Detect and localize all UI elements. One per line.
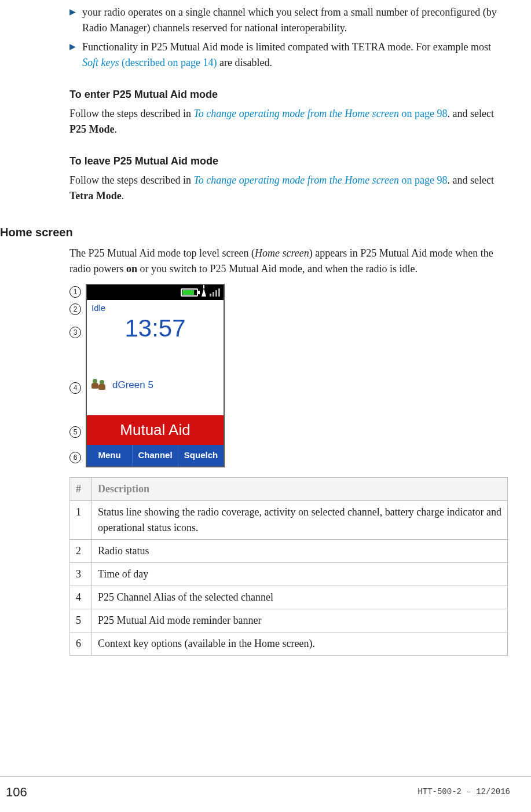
row-num: 2 <box>70 540 92 563</box>
radio-status-text: Idle <box>87 300 224 315</box>
text-segment: are disabled. <box>217 57 272 68</box>
table-row: 1 Status line showing the radio coverage… <box>70 501 508 540</box>
home-screen-heading: Home screen <box>0 224 508 241</box>
row-desc: P25 Mutual Aid mode reminder banner <box>92 609 508 632</box>
bullet-text: your radio operates on a single channel … <box>82 5 508 36</box>
callout-marker: 2 <box>69 303 81 315</box>
home-screen-text: The P25 Mutual Aid mode top level screen… <box>69 246 508 277</box>
bullet-marker-icon: ▶ <box>69 5 76 36</box>
callout-marker: 5 <box>69 426 81 438</box>
row-desc: Status line showing the radio coverage, … <box>92 501 508 540</box>
page-footer: 106 HTT-500-2 – 12/2016 <box>0 776 531 812</box>
callout-marker: 3 <box>69 327 81 338</box>
channel-alias: dGreen 5 <box>112 378 153 393</box>
table-row: 4 P25 Channel Alias of the selected chan… <box>70 586 508 609</box>
description-table: # Description 1 Status line showing the … <box>69 477 508 656</box>
cross-reference-link[interactable]: To change operating mode from the Home s… <box>193 174 398 186</box>
mutual-aid-banner: Mutual Aid <box>87 415 224 445</box>
signal-bars-icon <box>210 288 220 297</box>
row-num: 5 <box>70 609 92 632</box>
leave-mode-heading: To leave P25 Mutual Aid mode <box>69 153 508 169</box>
cross-reference-link[interactable]: Soft keys <box>82 57 119 68</box>
softkey-squelch[interactable]: Squelch <box>178 445 224 466</box>
cross-reference-page[interactable]: on page 98 <box>399 108 447 119</box>
softkey-channel[interactable]: Channel <box>133 445 178 466</box>
text-segment: . and select <box>447 108 493 119</box>
table-row: 6 Context key options (available in the … <box>70 632 508 656</box>
callout-marker: 1 <box>69 286 81 298</box>
bullet-item: ▶ your radio operates on a single channe… <box>69 5 508 36</box>
row-num: 3 <box>70 563 92 586</box>
row-num: 1 <box>70 501 92 540</box>
enter-mode-text: Follow the steps described in To change … <box>69 106 508 137</box>
text-segment: Functionality in P25 Mutual Aid mode is … <box>82 41 491 53</box>
document-id: HTT-500-2 – 12/2016 <box>418 786 510 798</box>
callout-marker: 6 <box>69 452 81 463</box>
row-desc: Context key options (available in the Ho… <box>92 632 508 656</box>
col-header-number: # <box>70 478 92 501</box>
row-num: 6 <box>70 632 92 656</box>
time-of-day: 13:57 <box>87 315 224 345</box>
table-header-row: # Description <box>70 478 508 501</box>
text-segment: The P25 Mutual Aid mode top level screen… <box>69 247 255 259</box>
bullet-marker-icon: ▶ <box>69 39 76 71</box>
text-segment: . <box>114 123 117 135</box>
radio-screenshot: Idle 13:57 dGreen 5 Mutual Aid Menu Chan… <box>86 284 225 467</box>
table-row: 3 Time of day <box>70 563 508 586</box>
text-segment: Follow the steps described in <box>69 174 193 186</box>
term: Home screen <box>255 247 309 259</box>
bullet-list: ▶ your radio operates on a single channe… <box>69 5 508 71</box>
bold-term: on <box>126 263 137 275</box>
callout-marker: 4 <box>69 382 81 394</box>
leave-mode-text: Follow the steps described in To change … <box>69 173 508 204</box>
cross-reference-page[interactable]: on page 98 <box>399 174 447 186</box>
row-num: 4 <box>70 586 92 609</box>
status-bar <box>87 285 224 300</box>
mode-name: P25 Mode <box>69 123 114 135</box>
enter-mode-heading: To enter P25 Mutual Aid mode <box>69 87 508 103</box>
cross-reference-link[interactable]: To change operating mode from the Home s… <box>193 108 398 119</box>
row-desc: Radio status <box>92 540 508 563</box>
cross-reference-page[interactable]: (described on page 14) <box>119 57 217 68</box>
text-segment: or you switch to P25 Mutual Aid mode, an… <box>137 263 418 275</box>
table-row: 5 P25 Mutual Aid mode reminder banner <box>70 609 508 632</box>
softkey-menu[interactable]: Menu <box>87 445 133 466</box>
text-segment: . and select <box>447 174 493 186</box>
row-desc: P25 Channel Alias of the selected channe… <box>92 586 508 609</box>
page-number: 106 <box>0 782 27 802</box>
battery-icon <box>181 288 198 297</box>
bullet-text: Functionality in P25 Mutual Aid mode is … <box>82 39 508 71</box>
col-header-description: Description <box>92 478 508 501</box>
radio-figure: 1 2 3 4 5 6 Idle 13:57 dG <box>69 284 508 469</box>
antenna-icon <box>202 288 206 297</box>
mode-name: Tetra Mode <box>69 190 122 202</box>
table-row: 2 Radio status <box>70 540 508 563</box>
row-desc: Time of day <box>92 563 508 586</box>
callout-column: 1 2 3 4 5 6 <box>69 284 86 469</box>
text-segment: . <box>122 190 124 202</box>
bullet-item: ▶ Functionality in P25 Mutual Aid mode i… <box>69 39 508 71</box>
text-segment: Follow the steps described in <box>69 108 193 119</box>
talkgroup-icon <box>93 379 107 390</box>
channel-alias-row: dGreen 5 <box>87 375 224 395</box>
softkey-row: Menu Channel Squelch <box>87 445 224 466</box>
